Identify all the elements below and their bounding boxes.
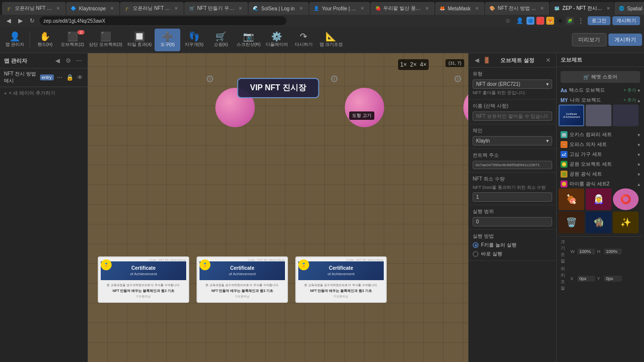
section-garden-name: 공원 광식 세트	[569, 171, 602, 178]
tab-7[interactable]: 🍓 우리팥 빌산 풍… ✕	[370, 2, 435, 15]
tab-6-close[interactable]: ✕	[359, 5, 366, 12]
tab-10-close[interactable]: ✕	[605, 5, 612, 12]
refresh-btn[interactable]: ↻	[28, 16, 37, 25]
entry-eye-btn[interactable]: 👁	[77, 73, 83, 82]
section-furniture[interactable]: 🛋 고심 가구 세트 ▾	[559, 149, 642, 159]
sidebar-collapse-btn[interactable]: ◀	[53, 56, 62, 65]
bookmark-btn[interactable]: ☆	[503, 16, 513, 26]
thumb-photo-1[interactable]	[586, 105, 611, 126]
exhibition-sign-text: VIP NFT 진시장	[250, 83, 306, 92]
thumb-blue-char[interactable]: 🧌	[586, 212, 611, 233]
section-office[interactable]: 🏢 오키스 컴퍼리 세트 ▾	[559, 129, 642, 139]
section-my-add[interactable]: + 추가	[623, 97, 636, 104]
tab-2-close[interactable]: ✕	[109, 5, 116, 12]
tool-settings[interactable]: ⚙️ 디플레이어	[264, 29, 290, 51]
tool-shopping[interactable]: 🛒 쇼핑(6)	[208, 29, 234, 51]
ext-puzzle[interactable]: 🧩	[566, 17, 574, 25]
tab-4-label: NFT 만들기 우…	[197, 5, 234, 12]
thumb-food[interactable]: 🍖	[559, 188, 584, 210]
tab-3-close[interactable]: ✕	[173, 5, 180, 12]
tab-5[interactable]: 🌊 SolSea | Log in ✕	[248, 2, 309, 15]
tool-map-size[interactable]: 📐 맵 크기조정	[318, 29, 345, 51]
thumb-trash[interactable]: 🗑️	[559, 212, 584, 233]
tab-6[interactable]: 👤 Your Profile | … ✕	[309, 2, 370, 15]
tool-eraser[interactable]: 👣 지우개(5)	[181, 29, 207, 51]
section-my[interactable]: MY 나의 오브젝드 + 추가 ▴	[559, 95, 642, 105]
tab-4-close[interactable]: ✕	[237, 5, 244, 12]
sidebar-more-btn[interactable]: ⋯	[75, 56, 83, 65]
tool-manage[interactable]: 👤 맵 관리자	[2, 29, 28, 51]
tool-hand[interactable]: ✋ 핸드(H)	[32, 29, 58, 51]
thumb-cert-1[interactable]: Certificateof Achievement	[559, 105, 584, 126]
tool-redo[interactable]: ↷ 다시하기	[291, 29, 317, 51]
user-btn[interactable]: 👤	[515, 16, 524, 26]
section-office-label: 🏢 오키스 컴퍼리 세트	[561, 131, 612, 138]
section-emoji[interactable]: 😊 마이룸 광식 세트2 ▴	[559, 179, 642, 188]
section-garden[interactable]: 🌿 공원 광식 세트 ▾	[559, 169, 642, 179]
tab-2[interactable]: 🔷 Klaytnscope ✕	[66, 2, 120, 15]
tool-add[interactable]: ➕ 도구(0)	[155, 29, 180, 51]
tab-5-close[interactable]: ✕	[298, 5, 305, 12]
section-coin[interactable]: 🪙 공원 오브젝트 세트 ▾	[559, 159, 642, 169]
tab-8-close[interactable]: ✕	[474, 5, 481, 12]
thumb-character[interactable]: 🧝‍♀️	[586, 188, 611, 210]
tab-11[interactable]: 🌐 Spatial - Meta… ✕	[614, 2, 644, 15]
x-val[interactable]: 0px	[577, 276, 595, 282]
preview-button[interactable]: 미리보기	[572, 33, 606, 46]
sidebar-settings-btn[interactable]: ⚙	[64, 56, 73, 65]
forward-btn[interactable]: ▶	[16, 16, 25, 25]
back-btn[interactable]: ◀	[4, 16, 13, 25]
settings-min-nft-input[interactable]	[473, 192, 552, 202]
canvas-area[interactable]: ⚙ ⚙ ⚙ VIP NFT 진시장 Code : NFT-BC-Web3-Bas…	[88, 53, 468, 362]
tool-screenshot[interactable]: 📷 스크린샷(R)	[235, 29, 263, 51]
settings-radio-direct[interactable]: 바로 실행	[473, 251, 552, 257]
publish-button[interactable]: 게시하기	[608, 34, 642, 46]
zoom-4x-btn[interactable]: 4×	[419, 60, 428, 69]
add-layer-btn[interactable]: + + 새 레이어 추가하기	[0, 87, 87, 99]
entry-options-btn[interactable]: ⋯	[57, 73, 64, 82]
settings-close-btn[interactable]: ✕	[544, 56, 552, 64]
tab-1[interactable]: 🎓 오픈러닝 NFT … ✕	[2, 2, 66, 15]
settings-nav-icon[interactable]: 🚪	[483, 56, 490, 64]
tab-1-close[interactable]: ✕	[55, 5, 62, 12]
y-val[interactable]: 0px	[604, 276, 622, 282]
nft-card-1-badge: 🏅	[101, 259, 112, 270]
section-text-add[interactable]: + 추가	[623, 87, 636, 94]
menu-btn[interactable]: ⋮	[576, 16, 586, 26]
section-text[interactable]: Aa 텍스드 오브젝드 + 추가 ▾	[559, 85, 642, 95]
section-office2[interactable]: 🪑 오피스 의자 세트 ▾	[559, 139, 642, 149]
thumb-circle[interactable]: ⭕	[613, 188, 639, 210]
signin-btn[interactable]: 로그인	[588, 16, 610, 25]
ext-2[interactable]: 🔴	[536, 17, 544, 25]
tab-8[interactable]: 🦊 MetaMask ✕	[435, 2, 484, 15]
tab-10[interactable]: 🗺️ ZEP - NFT 전시… ✕	[550, 2, 614, 15]
canvas-tooltip: 도형 고기	[349, 111, 374, 120]
ext-3[interactable]: ⚙	[556, 17, 564, 25]
address-box[interactable]: zep.us/edit/1gL4Nq/253awX	[40, 16, 286, 25]
tab-9-close[interactable]: ✕	[539, 5, 546, 12]
sync-btn[interactable]: 게시하기	[612, 16, 640, 25]
tool-tile-effect[interactable]: 🔲 타일 효과(4)	[125, 29, 154, 51]
ext-1[interactable]: 🔵	[526, 17, 534, 25]
zoom-1x-btn[interactable]: 1×	[399, 60, 408, 69]
settings-nav-left[interactable]: ◀	[473, 56, 481, 64]
zoom-2x-btn[interactable]: 2×	[409, 60, 418, 69]
tab-4[interactable]: 🛒 NFT 만들기 우… ✕	[184, 2, 248, 15]
width-val[interactable]: 100%	[577, 249, 595, 254]
tab-7-close[interactable]: ✕	[424, 5, 431, 12]
settings-name-input[interactable]	[473, 111, 552, 121]
metamask-ext[interactable]: 🦊	[546, 17, 554, 25]
thumb-yellow[interactable]: ✨	[613, 212, 639, 233]
settings-chain-select[interactable]: Klaytn ▾	[473, 136, 552, 145]
entry-lock-btn[interactable]: 🔒	[66, 73, 74, 82]
store-btn[interactable]: 🛒 헤엣 스토어	[561, 71, 640, 83]
settings-type-select[interactable]: NFT door (ERC721) ▾	[473, 79, 552, 89]
height-val[interactable]: 100%	[604, 249, 622, 254]
tool-objects[interactable]: ⬛ 오브젝트(2) 2	[59, 29, 86, 51]
thumb-dark-1[interactable]	[613, 105, 639, 126]
tool-top-objects[interactable]: ⬛ 상단 오브젝트(3)	[87, 29, 124, 51]
settings-radio-fkey[interactable]: F키를 눌러 실행	[473, 242, 552, 249]
settings-range-input[interactable]	[473, 217, 552, 226]
tab-3[interactable]: 🎓 오픈러닝 NFT … ✕	[120, 2, 184, 15]
tab-9[interactable]: 🎨 NFT 전시 방법 … ✕	[485, 2, 549, 15]
